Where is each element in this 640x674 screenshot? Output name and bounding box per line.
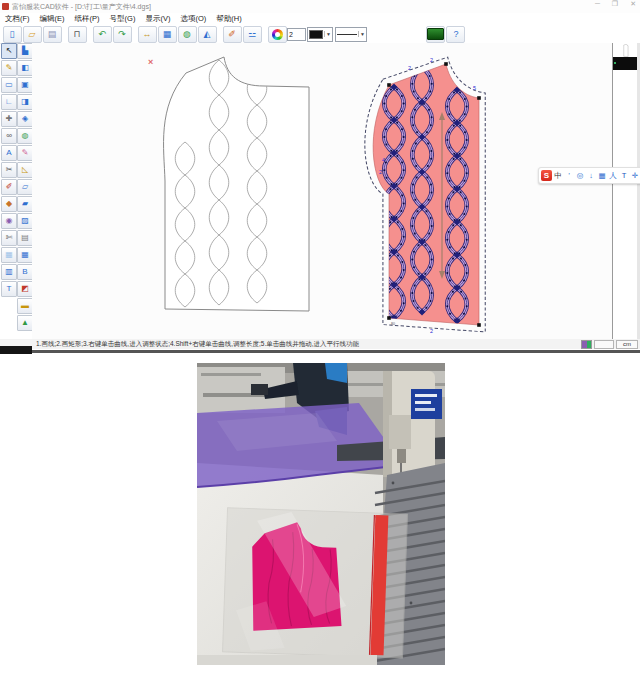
tool-palette: ↖✎▭∟✚∞A✂✐◆◉✄▦▥T ▙◧▣◨◈◍✎◺▱▰▨▤▦B◩▬▲ [0, 43, 32, 340]
pattern-list-selected-row[interactable] [613, 57, 640, 70]
new-file-button[interactable]: ▯ [3, 26, 22, 43]
menu-view[interactable]: 显示(V) [140, 14, 175, 24]
triangle-ruler-tool[interactable]: ◺ [17, 162, 33, 178]
grid-view-button[interactable]: ▦ [158, 26, 177, 43]
color-wheel-button[interactable] [268, 26, 287, 43]
window-bottom-edge [32, 350, 640, 353]
text-a-tool[interactable]: A [1, 145, 17, 161]
measurement-label: 80 [391, 322, 395, 326]
pen-tool[interactable]: ✎ [1, 60, 17, 76]
selection-mark-left [614, 62, 616, 64]
coordinate-box [594, 340, 614, 349]
pour-fill-button[interactable]: ◭ [198, 26, 217, 43]
sogou-punctuation[interactable]: ’ [564, 171, 574, 180]
input-method-bar: S 中’◎↓▦人T✛ [538, 167, 640, 184]
trace-tool[interactable]: ✐ [1, 179, 17, 195]
menu-bar: 文档(F)编辑(E)纸样(P)号型(G)显示(V)选项(O)帮助(H) [0, 13, 640, 25]
table2-tool[interactable]: ▦ [17, 247, 33, 263]
drafting-tool[interactable]: ✚ [1, 111, 17, 127]
plotter-icon [427, 28, 444, 40]
layout-tool[interactable]: ▤ [17, 230, 33, 246]
title-bar: 富怡服装CAD软件 - [D:\打工\量产文件\4.dgs] ─ ❐ ✕ [0, 0, 640, 13]
save-file-button[interactable]: ▤ [43, 26, 62, 43]
text-t-tool[interactable]: T [1, 281, 17, 297]
cut-tool[interactable]: ✄ [1, 230, 17, 246]
factory-photo [197, 363, 445, 665]
seam-tool[interactable]: ◆ [1, 196, 17, 212]
sogou-soft-keyboard[interactable]: ▦ [597, 171, 607, 180]
current-color-swatch [309, 30, 323, 39]
cad-window: 富怡服装CAD软件 - [D:\打工\量产文件\4.dgs] ─ ❐ ✕ 文档(… [0, 0, 640, 356]
measurement-label: 5 [473, 85, 476, 91]
tool-column-left: ↖✎▭∟✚∞A✂✐◆◉✄▦▥T [1, 43, 17, 298]
image-tool[interactable]: ▨ [17, 213, 33, 229]
stroke-width-input[interactable]: 2 [287, 28, 306, 41]
menu-size[interactable]: 号型(G) [105, 14, 141, 24]
line-style-preview [337, 34, 357, 35]
menu-pattern[interactable]: 纸样(P) [70, 14, 105, 24]
grid-tool[interactable]: ▦ [1, 247, 17, 263]
screenshot-stage: 富怡服装CAD软件 - [D:\打工\量产文件\4.dgs] ─ ❐ ✕ 文档(… [0, 0, 640, 674]
drag-tool[interactable]: ◨ [17, 94, 33, 110]
pin-tool[interactable]: ✎ [17, 145, 33, 161]
scissors-tool[interactable]: ✂ [1, 162, 17, 178]
flask-tool[interactable]: ◉ [1, 213, 17, 229]
panel-tool[interactable]: ◧ [17, 60, 33, 76]
table-tool[interactable]: ▥ [1, 264, 17, 280]
sogou-handwriting[interactable]: 人 [608, 171, 618, 181]
main-toolbar: ▯▱▤⊓↶↷↔▦◍◭✐⚍2▼▼? [0, 25, 640, 44]
pattern-piece-outline[interactable] [159, 56, 311, 314]
taskbar-fragment [0, 346, 32, 354]
open-file-button[interactable]: ▱ [23, 26, 42, 43]
select-tool[interactable]: ↖ [1, 43, 17, 59]
monitor-tool[interactable]: ▣ [17, 77, 33, 93]
stitch-settings-button[interactable]: ⚍ [243, 26, 262, 43]
machine-tool[interactable]: ▙ [17, 43, 33, 59]
maximize-button[interactable]: ❐ [612, 0, 618, 8]
undo-button[interactable]: ↶ [93, 26, 112, 43]
sogou-skin[interactable]: T [619, 171, 629, 180]
sogou-logo[interactable]: S [541, 170, 552, 181]
toolbar-separator [262, 27, 267, 42]
glasses-tool[interactable]: ∞ [1, 128, 17, 144]
status-hint: 1.画线;2.画矩形;3.右键单击曲线,进入调整状态;4.Shift+右键单击曲… [0, 340, 359, 349]
bold-b-tool[interactable]: B [17, 264, 33, 280]
app-icon [2, 3, 9, 10]
bucket-tool[interactable]: ◍ [17, 128, 33, 144]
rectangle-tool[interactable]: ▭ [1, 77, 17, 93]
line-style-dropdown[interactable]: ▼ [335, 27, 367, 42]
bow-tool[interactable]: ◈ [17, 111, 33, 127]
close-button[interactable]: ✕ [630, 0, 636, 8]
menu-help[interactable]: 帮助(H) [211, 14, 246, 24]
tool-column-right: ▙◧▣◨◈◍✎◺▱▰▨▤▦B◩▬▲ [17, 43, 33, 332]
sogou-toolbox[interactable]: ✛ [630, 171, 640, 180]
scroll-mode-icon[interactable] [581, 340, 592, 349]
design-canvas[interactable]: × 22542280 [32, 43, 612, 340]
pattern-frame-button[interactable]: ⊓ [68, 26, 87, 43]
color-select-dropdown[interactable]: ▼ [307, 27, 333, 42]
redo-button[interactable]: ↷ [113, 26, 132, 43]
angle-tool[interactable]: ∟ [1, 94, 17, 110]
sogou-lang-chinese[interactable]: 中 [553, 171, 563, 181]
window-title: 富怡服装CAD软件 - [D:\打工\量产文件\4.dgs] [12, 2, 151, 12]
clip-tool[interactable]: ▱ [17, 179, 33, 195]
acrylic-template [223, 508, 408, 658]
align-tool[interactable]: ▲ [17, 315, 33, 331]
menu-edit[interactable]: 编辑(E) [35, 14, 70, 24]
measure-button[interactable]: ↔ [138, 26, 157, 43]
sogou-voice-input[interactable]: ↓ [586, 171, 596, 180]
pattern-piece-selected[interactable]: 22542280 [386, 62, 481, 325]
context-help-button[interactable]: ? [446, 26, 465, 43]
plotter-button[interactable] [426, 26, 445, 43]
hruler-tool[interactable]: ▬ [17, 298, 33, 314]
fill-green-button[interactable]: ◍ [178, 26, 197, 43]
table-front-edge [197, 655, 377, 665]
menu-file[interactable]: 文档(F) [0, 14, 35, 24]
minimize-button[interactable]: ─ [595, 0, 600, 8]
palette-tool[interactable]: ◩ [17, 281, 33, 297]
brush-button[interactable]: ✐ [223, 26, 242, 43]
toolbar-separator [87, 27, 92, 42]
menu-options[interactable]: 选项(O) [175, 14, 211, 24]
sogou-emoji[interactable]: ◎ [575, 171, 585, 180]
stamp-tool[interactable]: ▰ [17, 196, 33, 212]
